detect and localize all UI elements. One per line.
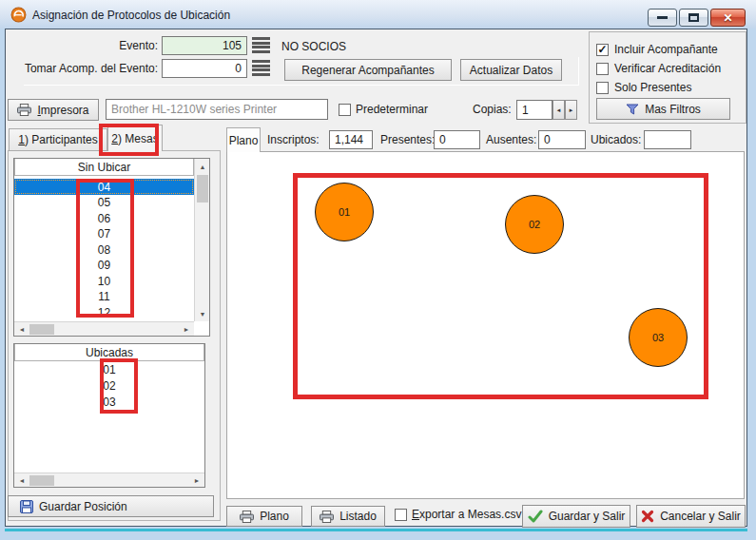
sin-ubicar-rows: 04 05 06 07 08 09 10 11 12 [14, 179, 194, 321]
sin-ubicar-row[interactable]: 08 [14, 242, 194, 259]
mesa-circle[interactable]: 03 [629, 308, 688, 367]
impresora-button[interactable]: Impresora [8, 99, 99, 121]
guardar-y-salir-button[interactable]: Guardar y Salir [522, 505, 630, 528]
app-window: Asignación de Protocolos de Ubicación ✕ … [0, 0, 756, 540]
save-icon [20, 500, 33, 513]
printer-name-field[interactable]: Brother HL-1210W series Printer [106, 99, 328, 120]
sin-ubicar-row[interactable]: 10 [14, 274, 194, 290]
predeterminar-label: Predeterminar [356, 103, 428, 117]
copias-value: 1 [522, 104, 529, 117]
incluir-acompanante-checkbox[interactable]: ✓ [596, 44, 609, 56]
mesa-circle[interactable]: 01 [315, 183, 374, 241]
tomar-acomp-lookup-icon[interactable] [252, 60, 270, 76]
window-frame-accent [5, 529, 747, 531]
exportar-mesas-label: Exportar a Mesas.csv [412, 508, 521, 522]
printer-icon [17, 104, 31, 116]
scroll-left-icon[interactable]: ◄ [16, 322, 28, 337]
scroll-down-icon[interactable]: ▼ [195, 308, 210, 319]
sin-ubicar-row[interactable]: 12 [14, 305, 194, 321]
ubicadas-row[interactable]: 01 [14, 361, 204, 377]
close-button[interactable]: ✕ [710, 9, 746, 27]
maximize-button[interactable] [679, 9, 708, 27]
printer-name-value: Brother HL-1210W series Printer [111, 103, 277, 116]
copias-spin-down-button[interactable]: ◄ [552, 100, 565, 120]
maximize-icon [688, 13, 699, 22]
impresora-label: Impresora [37, 104, 88, 117]
ausentes-label: Ausentes: [486, 133, 536, 147]
spin-right-icon: ► [569, 107, 574, 113]
top-separator-corner [578, 57, 579, 85]
ausentes-field[interactable]: 0 [538, 130, 586, 149]
checkmark-icon: ✓ [597, 44, 607, 55]
sin-ubicar-row-selected[interactable]: 04 [14, 179, 194, 195]
scrollbar-thumb[interactable] [197, 175, 208, 202]
sin-ubicar-row[interactable]: 11 [14, 289, 194, 305]
copias-field[interactable]: 1 [516, 100, 552, 120]
evento-description: NO SOCIOS [281, 40, 346, 54]
evento-lookup-icon[interactable] [252, 37, 270, 53]
sin-ubicar-vertical-scrollbar[interactable]: ▲ ▼ [194, 159, 209, 321]
guardar-posicion-button[interactable]: Guardar Posición [8, 495, 214, 517]
app-icon [10, 7, 27, 23]
verificar-acreditacion-label: Verificar Acreditación [614, 62, 721, 76]
actualizar-datos-button[interactable]: Actualizar Datos [460, 59, 562, 81]
copias-spin-up-button[interactable]: ► [565, 100, 577, 120]
minimize-button[interactable] [648, 9, 677, 27]
cancelar-y-salir-button[interactable]: Cancelar y Salir [636, 505, 746, 528]
ubicados-field[interactable] [644, 130, 691, 149]
ubicados-label: Ubicados: [591, 133, 641, 147]
scrollbar-thumb[interactable] [29, 475, 54, 486]
ubicadas-header: Ubicadas [14, 344, 204, 361]
mas-filtros-button[interactable]: Mas Filtros [596, 98, 730, 120]
title-bar[interactable]: Asignación de Protocolos de Ubicación [0, 0, 756, 29]
printer-icon [240, 511, 254, 523]
tab-participantes[interactable]: 1) Participantes [9, 128, 107, 151]
exportar-mesas-checkbox[interactable]: ✓ [395, 509, 407, 521]
funnel-icon [626, 104, 639, 115]
presentes-label: Presentes: [380, 133, 435, 147]
evento-value: 105 [223, 39, 242, 52]
ubicadas-row[interactable]: 02 [14, 377, 204, 394]
presentes-field[interactable]: 0 [434, 130, 480, 149]
inscriptos-field[interactable]: 1,144 [329, 130, 373, 149]
ubicadas-rows: 01 02 03 [14, 361, 204, 472]
spin-left-icon: ◄ [556, 107, 562, 113]
tomar-acomp-label: Tomar Acomp. del Evento: [19, 62, 158, 76]
minimize-icon [657, 16, 668, 19]
ubicadas-horizontal-scrollbar[interactable]: ◄ ► [14, 472, 204, 487]
tomar-acomp-value: 0 [235, 62, 242, 75]
sin-ubicar-row[interactable]: 09 [14, 258, 194, 274]
solo-presentes-label: Solo Presentes [614, 81, 691, 95]
sin-ubicar-header: Sin Ubicar [14, 159, 194, 176]
tomar-acomp-field[interactable]: 0 [162, 59, 247, 78]
solo-presentes-checkbox[interactable]: ✓ [596, 82, 609, 94]
sin-ubicar-row[interactable]: 06 [14, 211, 194, 227]
window-title: Asignación de Protocolos de Ubicación [32, 9, 230, 22]
sin-ubicar-horizontal-scrollbar[interactable]: ◄ ► [14, 321, 194, 336]
imprimir-plano-button[interactable]: Plano [226, 506, 302, 527]
scroll-right-icon[interactable]: ► [181, 322, 192, 337]
evento-label: Evento: [57, 39, 158, 53]
mesa-circle[interactable]: 02 [505, 195, 564, 254]
scrollbar-thumb[interactable] [29, 324, 54, 335]
printer-icon [320, 511, 334, 523]
scroll-left-icon[interactable]: ◄ [16, 473, 28, 488]
evento-field[interactable]: 105 [162, 36, 247, 55]
copias-label: Copias: [473, 103, 512, 117]
scroll-up-icon[interactable]: ▲ [195, 161, 210, 172]
ubicadas-row[interactable]: 03 [14, 394, 204, 410]
sin-ubicar-row[interactable]: 07 [14, 226, 194, 242]
regenerar-acompanantes-button[interactable]: Regenerar Acompañantes [284, 59, 452, 81]
scroll-right-icon[interactable]: ► [191, 473, 203, 488]
verificar-acreditacion-checkbox[interactable]: ✓ [596, 63, 609, 75]
top-separator [24, 85, 579, 86]
check-icon [528, 510, 543, 523]
tab-mesas[interactable]: 2) Mesas [107, 125, 163, 151]
close-icon: ✕ [723, 12, 732, 24]
inscriptos-label: Inscriptos: [267, 133, 320, 147]
predeterminar-checkbox[interactable]: ✓ [339, 104, 351, 116]
tab-plano[interactable]: Plano [226, 127, 261, 152]
x-icon [641, 510, 654, 523]
imprimir-listado-button[interactable]: Listado [311, 506, 385, 527]
sin-ubicar-row[interactable]: 05 [14, 195, 194, 211]
